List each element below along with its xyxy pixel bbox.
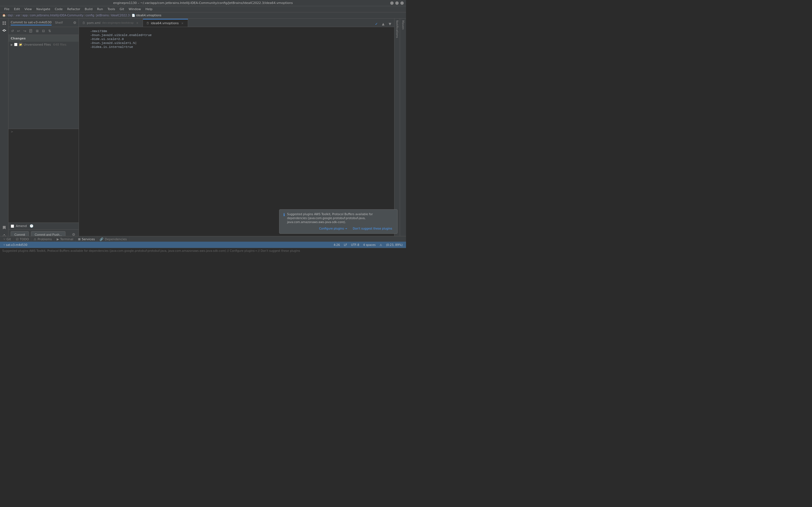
amend-row: Amend 🕐 xyxy=(8,223,79,229)
menu-edit[interactable]: Edit xyxy=(12,7,22,11)
refresh-btn[interactable]: ↺ xyxy=(10,28,15,34)
menu-bar: File Edit View Navigate Code Refactor Bu… xyxy=(0,6,406,12)
branch-name: sat-v3-m4d530 xyxy=(6,243,28,246)
maven-label[interactable]: Maven xyxy=(402,20,405,30)
commit-file-btn[interactable] xyxy=(28,28,34,34)
folder-icon: 📁 xyxy=(18,43,22,47)
notif-actions: Configure plugins → Don't suggest these … xyxy=(283,226,393,231)
maximize-btn[interactable] xyxy=(395,1,399,5)
panel-tabs: Commit to sat-v3-m4d530 Shelf xyxy=(11,20,63,25)
file-count: 648 files xyxy=(53,43,66,47)
changes-header: Changes xyxy=(8,35,79,42)
breadcrumb-bar: 🏠 / daji / .var / app / com.jetbrains.In… xyxy=(0,12,406,18)
filter-btn[interactable]: ⊟ xyxy=(41,28,46,34)
commit-panel: Commit to sat-v3-m4d530 Shelf ⚙ ↺ ↩ ↪ ⊞ … xyxy=(8,18,79,239)
code-line-3: -Dide.ui.scale=2.0 xyxy=(79,37,394,41)
close-btn[interactable] xyxy=(400,1,404,5)
menu-navigate[interactable]: Navigate xyxy=(35,7,52,11)
activity-bookmarks[interactable] xyxy=(1,224,8,231)
status-indent[interactable]: 4 spaces xyxy=(362,243,377,246)
menu-window[interactable]: Window xyxy=(126,7,143,11)
todo-icon: ☑ xyxy=(16,237,18,241)
problems-icon: ⚠ xyxy=(34,237,36,241)
commit-panel-header: Commit to sat-v3-m4d530 Shelf ⚙ xyxy=(8,18,79,27)
terminal-icon: ▶ xyxy=(57,237,59,241)
unversioned-files-row[interactable]: ▶ 📁 Unversioned Files 648 files xyxy=(8,42,79,47)
menu-git[interactable]: Git xyxy=(117,7,126,11)
activity-commit[interactable] xyxy=(1,27,8,34)
menu-help[interactable]: Help xyxy=(144,7,154,11)
dependencies-icon: 🔗 xyxy=(100,237,103,241)
menu-code[interactable]: Code xyxy=(53,7,64,11)
minimize-btn[interactable] xyxy=(390,1,394,5)
title-bar: enginepro1130 – ~/.var/app/com.jetbrains… xyxy=(0,0,406,6)
maven-panel: Maven xyxy=(400,18,406,239)
bc-file[interactable]: 📄 idea64.vmoptions xyxy=(132,14,161,17)
commit-message-container: > xyxy=(8,129,79,223)
bc-daji[interactable]: daji xyxy=(8,14,13,17)
bc-var[interactable]: .var xyxy=(15,14,20,17)
tab-shelf[interactable]: Shelf xyxy=(55,20,63,25)
tab-pom-xml[interactable]: 🗒 pom.xml dev-enginepro-bootstrap × xyxy=(79,19,143,27)
settings-icon[interactable]: ⚙ xyxy=(73,20,77,25)
status-warning[interactable]: ⚠ xyxy=(378,243,383,246)
bc-home[interactable]: 🏠 xyxy=(2,14,6,17)
configure-plugins-btn[interactable]: Configure plugins → xyxy=(318,226,348,231)
check-ok-icon[interactable]: ✓ xyxy=(373,21,379,27)
notif-text: Suggested plugins AWS Toolkit, Protocol … xyxy=(287,212,393,224)
bc-jetbrains[interactable]: com.jetbrains.IntelliJ-IDEA-Community xyxy=(30,14,84,17)
warning-icon: ⚠ xyxy=(379,243,382,246)
history-icon[interactable]: 🕐 xyxy=(30,224,34,228)
code-line-1: -Xmx1738m xyxy=(79,29,394,33)
sort-btn[interactable]: ⇅ xyxy=(47,28,52,34)
bc-config[interactable]: config xyxy=(86,14,94,17)
menu-build[interactable]: Build xyxy=(83,7,95,11)
bc-ideaconfig[interactable]: IdeaIC2022.3 xyxy=(111,14,130,17)
dont-suggest-btn[interactable]: Don't suggest these plugins xyxy=(352,226,393,231)
menu-refactor[interactable]: Refactor xyxy=(65,7,82,11)
commit-toolbar: ↺ ↩ ↪ ⊞ ⊟ ⇅ xyxy=(8,27,79,35)
activity-project[interactable] xyxy=(1,20,8,26)
unversioned-checkbox[interactable] xyxy=(14,43,17,46)
tab-commit[interactable]: Commit to sat-v3-m4d530 xyxy=(11,20,52,25)
svg-point-4 xyxy=(3,30,5,31)
notifications-label[interactable]: Notifications xyxy=(396,20,399,38)
services-label: Services xyxy=(82,237,95,241)
menu-run[interactable]: Run xyxy=(95,7,105,11)
menu-tools[interactable]: Tools xyxy=(105,7,117,11)
window-title: enginepro1130 – ~/.var/app/com.jetbrains… xyxy=(113,1,293,5)
main-layout: Commit to sat-v3-m4d530 Shelf ⚙ ↺ ↩ ↪ ⊞ … xyxy=(0,18,406,239)
info-icon: ℹ xyxy=(283,212,285,217)
editor-content[interactable]: -Xmx1738m -Dsun.java2d.uiScale.enabled=t… xyxy=(79,27,394,239)
arrow-up-icon[interactable]: ▲ xyxy=(380,21,386,27)
expand-arrow: ▶ xyxy=(11,43,13,46)
window-controls xyxy=(390,1,404,5)
notification-popup: ℹ Suggested plugins AWS Toolkit, Protoco… xyxy=(279,209,398,234)
info-text: Suggested plugins AWS Toolkit, Protocol … xyxy=(2,249,300,252)
pom-tab-close[interactable]: × xyxy=(135,21,139,25)
bc-jetbrains2[interactable]: JetBrains xyxy=(96,14,109,17)
commit-message-input[interactable] xyxy=(8,129,79,223)
pom-tab-icon: 🗒 xyxy=(82,21,85,24)
undo-btn[interactable]: ↩ xyxy=(16,28,21,34)
menu-view[interactable]: View xyxy=(22,7,34,11)
status-encoding[interactable]: UTF-8 xyxy=(350,243,360,246)
arrow-down-icon[interactable]: ▼ xyxy=(387,21,393,27)
status-branch[interactable]: ⑂ sat-v3-m4d530 xyxy=(2,243,29,246)
vmoptions-tab-icon: 🗒 xyxy=(146,22,149,25)
tab-idea64-vmoptions[interactable]: 🗒 idea64.vmoptions × xyxy=(143,19,188,27)
amend-checkbox[interactable] xyxy=(11,224,14,228)
svg-rect-7 xyxy=(4,234,5,235)
status-line-col[interactable]: 4:26 xyxy=(333,243,341,246)
expand-all-btn[interactable]: ⊞ xyxy=(35,28,40,34)
status-memory[interactable]: (0:23, 89%) xyxy=(385,243,404,246)
redo-btn[interactable]: ↪ xyxy=(22,28,28,34)
menu-file[interactable]: File xyxy=(2,7,11,11)
code-line-2: -Dsun.java2d.uiScale.enabled=true xyxy=(79,33,394,37)
pom-context: dev-enginepro-bootstrap xyxy=(102,21,134,24)
services-icon: ⊞ xyxy=(78,237,81,241)
bc-app[interactable]: app xyxy=(22,14,28,17)
vmoptions-tab-close[interactable]: × xyxy=(181,21,185,25)
bottom-bar: ⑂ Git ☑ TODO ⚠ Problems ▶ Terminal ⊞ Ser… xyxy=(0,236,406,242)
status-line-end[interactable]: LF xyxy=(343,243,348,246)
